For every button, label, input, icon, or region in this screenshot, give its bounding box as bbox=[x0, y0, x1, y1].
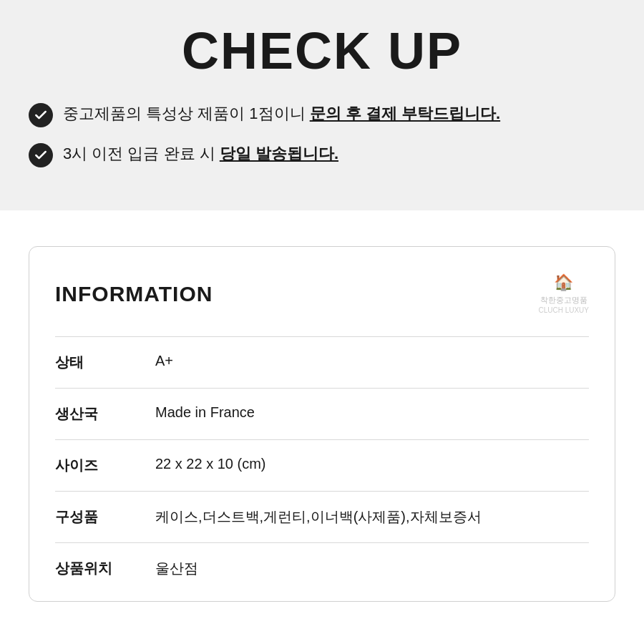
info-row-value: 22 x 22 x 10 (cm) bbox=[155, 456, 266, 472]
check-icon-1 bbox=[29, 103, 53, 127]
info-row-value: A+ bbox=[155, 353, 173, 369]
page-title: CHECK UP bbox=[29, 14, 615, 102]
info-row-label: 상태 bbox=[55, 353, 112, 372]
info-header: INFORMATION 🏠 착한중고명품 CLUCH LUXUY bbox=[55, 273, 589, 315]
info-row-label: 구성품 bbox=[55, 507, 112, 527]
check-text-2: 3시 이전 입금 완료 시 당일 발송됩니다. bbox=[63, 142, 338, 165]
info-rows-container: 상태A+생산국Made in France사이즈22 x 22 x 10 (cm… bbox=[55, 336, 589, 594]
info-row-label: 사이즈 bbox=[55, 456, 112, 475]
info-row-value: Made in France bbox=[155, 404, 255, 421]
info-row: 구성품케이스,더스트백,게런티,이너백(사제품),자체보증서 bbox=[55, 491, 589, 542]
info-row: 생산국Made in France bbox=[55, 388, 589, 439]
info-row: 사이즈22 x 22 x 10 (cm) bbox=[55, 439, 589, 491]
check-item-2: 3시 이전 입금 완료 시 당일 발송됩니다. bbox=[29, 142, 615, 167]
top-section: CHECK UP 중고제품의 특성상 제품이 1점이니 문의 후 결제 부탁드립… bbox=[0, 0, 644, 210]
info-row-value: 울산점 bbox=[155, 559, 198, 578]
info-row-label: 생산국 bbox=[55, 404, 112, 424]
watermark: 🏠 착한중고명품 CLUCH LUXUY bbox=[538, 273, 589, 315]
house-icon: 🏠 bbox=[538, 273, 589, 293]
info-row-value: 케이스,더스트백,게런티,이너백(사제품),자체보증서 bbox=[155, 507, 482, 527]
check-icon-2 bbox=[29, 143, 53, 167]
check-text-1: 중고제품의 특성상 제품이 1점이니 문의 후 결제 부탁드립니다. bbox=[63, 102, 500, 125]
info-title: INFORMATION bbox=[55, 282, 213, 306]
info-row: 상품위치울산점 bbox=[55, 542, 589, 594]
info-card: INFORMATION 🏠 착한중고명품 CLUCH LUXUY 상태A+생산국… bbox=[29, 246, 615, 602]
info-row-label: 상품위치 bbox=[55, 559, 112, 578]
bottom-section: INFORMATION 🏠 착한중고명품 CLUCH LUXUY 상태A+생산국… bbox=[0, 210, 644, 630]
check-item-1: 중고제품의 특성상 제품이 1점이니 문의 후 결제 부탁드립니다. bbox=[29, 102, 615, 127]
info-row: 상태A+ bbox=[55, 336, 589, 388]
